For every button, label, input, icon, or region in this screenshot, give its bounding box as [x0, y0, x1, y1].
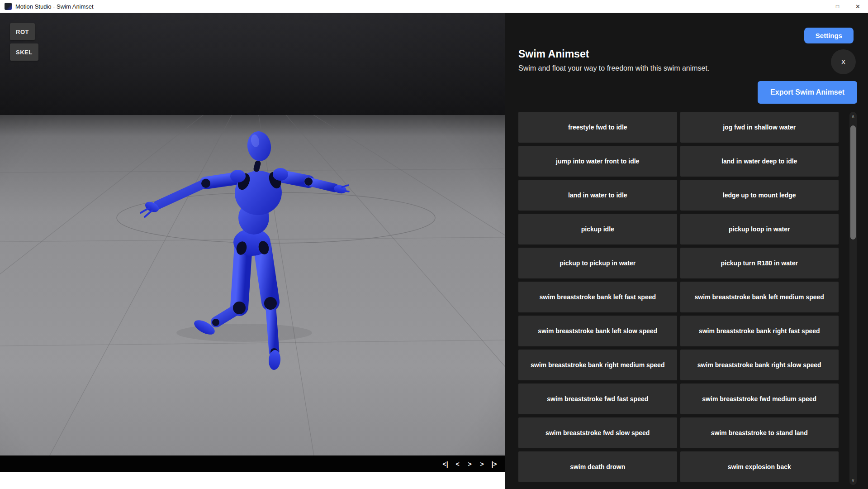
- animation-button-label: swim breaststroke bank right slow speed: [697, 361, 821, 369]
- animation-button[interactable]: swim breaststroke bank left medium speed: [680, 282, 839, 312]
- animation-button[interactable]: swim breaststroke bank right fast speed: [680, 316, 839, 346]
- animation-button-label: pickup turn R180 in water: [721, 259, 798, 267]
- titlebar: Motion Studio - Swim Animset — □ ✕: [0, 0, 868, 13]
- animation-button[interactable]: swim breaststroke fwd slow speed: [518, 417, 677, 448]
- animation-grid: freestyle fwd to idle jog fwd in shallow…: [518, 112, 839, 487]
- window-controls: — □ ✕: [807, 0, 868, 13]
- animation-button-label: pickup idle: [581, 225, 614, 233]
- playback-bar: <| < > > |>: [0, 455, 505, 472]
- animation-button[interactable]: swim breaststroke bank left fast speed: [518, 282, 677, 312]
- page-subtitle: Swim and float your way to freedom with …: [518, 64, 818, 72]
- viewport-toolbar: ROT SKEL: [10, 23, 38, 61]
- goto-last-frame-button[interactable]: |>: [488, 458, 500, 470]
- animation-button[interactable]: jog fwd in shallow water: [680, 112, 839, 143]
- animation-button-label: pickup to pickup in water: [560, 259, 636, 267]
- animation-button-label: swim explosion back: [728, 463, 791, 470]
- panel-scrollbar[interactable]: ∧ ∨: [849, 112, 857, 485]
- export-animset-button[interactable]: Export Swim Animset: [758, 81, 857, 104]
- animation-button-label: swim breaststroke bank right fast speed: [699, 327, 820, 335]
- animation-button-label: jog fwd in shallow water: [723, 124, 796, 131]
- animation-button[interactable]: swim breaststroke bank right medium spee…: [518, 350, 677, 380]
- animation-button-label: pickup loop in water: [729, 225, 790, 233]
- maximize-button[interactable]: □: [827, 0, 848, 13]
- play-button[interactable]: >: [464, 458, 476, 470]
- animation-button-label: swim death drown: [570, 463, 625, 470]
- animation-button-label: swim breaststroke bank left slow speed: [538, 327, 657, 335]
- close-panel-button[interactable]: X: [831, 49, 856, 74]
- animation-button-label: swim breaststroke bank left medium speed: [695, 293, 824, 301]
- animation-button[interactable]: pickup turn R180 in water: [680, 248, 839, 278]
- close-button[interactable]: ✕: [848, 0, 868, 13]
- goto-first-frame-button[interactable]: <|: [439, 458, 451, 470]
- animation-button-label: land in water to idle: [568, 192, 627, 199]
- animation-button[interactable]: pickup to pickup in water: [518, 248, 677, 278]
- animation-button-label: ledge up to mount ledge: [723, 192, 796, 199]
- animation-button-label: swim breaststroke bank right medium spee…: [531, 361, 664, 369]
- prev-frame-button[interactable]: <: [451, 458, 464, 470]
- page-title: Swim Animset: [518, 48, 818, 60]
- animation-button[interactable]: swim breaststroke fwd medium speed: [680, 384, 839, 414]
- animation-button[interactable]: swim breaststroke fwd fast speed: [518, 384, 677, 414]
- animation-button-label: jump into water front to idle: [556, 158, 639, 165]
- animation-button-label: freestyle fwd to idle: [568, 124, 627, 131]
- rot-button[interactable]: ROT: [10, 23, 35, 40]
- app-icon: [5, 3, 12, 10]
- animation-button[interactable]: land in water to idle: [518, 180, 677, 211]
- animation-button[interactable]: swim explosion back: [680, 451, 839, 482]
- animation-button[interactable]: jump into water front to idle: [518, 146, 677, 177]
- animation-button[interactable]: freestyle fwd to idle: [518, 112, 677, 143]
- settings-button[interactable]: Settings: [804, 28, 854, 43]
- animation-button-label: land in water deep to idle: [721, 158, 797, 165]
- animation-button[interactable]: pickup idle: [518, 214, 677, 244]
- panel-header: Swim Animset Swim and float your way to …: [518, 48, 818, 72]
- animation-button-label: swim breaststroke fwd medium speed: [702, 395, 816, 403]
- viewport-3d[interactable]: ROT SKEL <| < > > |>: [0, 13, 505, 472]
- animation-button[interactable]: land in water deep to idle: [680, 146, 839, 177]
- scroll-down-icon[interactable]: ∨: [849, 477, 857, 484]
- viewport-scene: [0, 13, 505, 472]
- animation-button[interactable]: swim breaststroke bank left slow speed: [518, 316, 677, 346]
- animation-button-label: swim breaststroke fwd slow speed: [545, 429, 650, 436]
- skel-button[interactable]: SKEL: [10, 43, 38, 61]
- window-title: Motion Studio - Swim Animset: [15, 3, 94, 10]
- animset-panel: Settings Swim Animset Swim and float you…: [505, 13, 868, 489]
- next-frame-button[interactable]: >: [476, 458, 488, 470]
- animation-button[interactable]: swim death drown: [518, 451, 677, 482]
- animation-button[interactable]: swim breaststroke to stand land: [680, 417, 839, 448]
- animation-button[interactable]: pickup loop in water: [680, 214, 839, 244]
- animation-button-label: swim breaststroke bank left fast speed: [539, 293, 656, 301]
- animation-button-label: swim breaststroke fwd fast speed: [547, 395, 648, 403]
- animation-button[interactable]: ledge up to mount ledge: [680, 180, 839, 211]
- scrollbar-thumb[interactable]: [850, 125, 856, 240]
- animation-button-label: swim breaststroke to stand land: [711, 429, 808, 436]
- minimize-button[interactable]: —: [807, 0, 827, 13]
- scroll-up-icon[interactable]: ∧: [849, 113, 857, 120]
- animation-button[interactable]: swim breaststroke bank right slow speed: [680, 350, 839, 380]
